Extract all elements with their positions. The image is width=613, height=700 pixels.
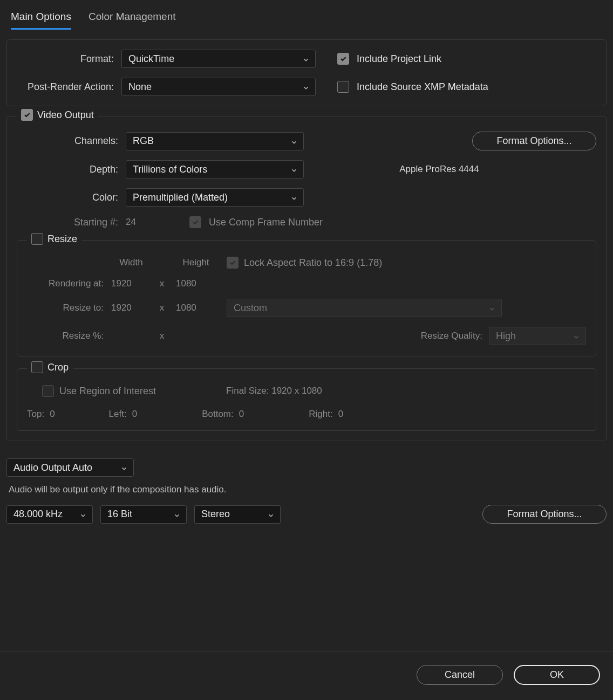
chevron-down-icon	[302, 83, 310, 91]
roi-checkbox	[42, 385, 54, 397]
resize-quality-value: High	[496, 331, 516, 342]
rendering-width: 1920	[108, 278, 151, 289]
crop-group: Crop Use Region of Interest Final Size: …	[17, 368, 596, 431]
include-project-link-label: Include Project Link	[357, 53, 441, 65]
include-xmp-label: Include Source XMP Metadata	[357, 81, 488, 93]
tab-main-options[interactable]: Main Options	[11, 8, 71, 30]
width-header: Width	[108, 257, 151, 268]
use-comp-frame-checkbox	[189, 216, 201, 228]
resize-quality-label: Resize Quality:	[421, 331, 482, 341]
cancel-button[interactable]: Cancel	[417, 665, 503, 685]
format-label: Format:	[17, 53, 114, 65]
chevron-down-icon	[120, 464, 128, 471]
x-separator: x	[151, 303, 173, 313]
resize-quality-select: High	[489, 327, 586, 345]
video-output-label: Video Output	[37, 109, 94, 121]
ok-button[interactable]: OK	[514, 665, 600, 685]
use-comp-frame-label: Use Comp Frame Number	[209, 217, 323, 228]
crop-label: Crop	[47, 362, 69, 373]
channels-select[interactable]: RGB	[126, 132, 304, 150]
resize-width: 1920	[108, 303, 151, 313]
chevron-down-icon	[290, 166, 298, 173]
color-label: Color:	[17, 192, 118, 203]
format-select-value: QuickTime	[128, 53, 174, 65]
format-select[interactable]: QuickTime	[121, 50, 316, 68]
lock-aspect-checkbox	[227, 257, 239, 269]
depth-value: Trillions of Colors	[133, 164, 207, 175]
chevron-down-icon	[573, 332, 580, 340]
video-output-section: Video Output Channels: RGB Format Option…	[6, 116, 607, 441]
post-render-label: Post-Render Action:	[17, 81, 114, 93]
resize-preset-value: Custom	[234, 303, 267, 314]
chevron-down-icon	[79, 511, 87, 518]
audio-rate-value: 48.000 kHz	[13, 509, 63, 520]
codec-text: Apple ProRes 4444	[311, 164, 567, 175]
include-xmp-checkbox[interactable]	[337, 81, 349, 93]
starting-value: 24	[126, 217, 158, 228]
chevron-down-icon	[290, 138, 298, 145]
lock-aspect-label: Lock Aspect Ratio to 16:9 (1.78)	[244, 257, 382, 269]
starting-label: Starting #:	[17, 217, 118, 228]
resize-height: 1080	[173, 303, 216, 313]
video-output-checkbox[interactable]	[21, 109, 33, 121]
tab-color-management[interactable]: Color Management	[88, 8, 176, 30]
video-format-options-button[interactable]: Format Options...	[472, 132, 596, 150]
chevron-down-icon	[290, 194, 298, 201]
rendering-at-label: Rendering at:	[27, 278, 108, 289]
chevron-down-icon	[488, 304, 496, 312]
format-section: Format: QuickTime Include Project Link P…	[6, 39, 607, 106]
resize-checkbox[interactable]	[31, 233, 43, 245]
chevron-down-icon	[267, 511, 275, 518]
resize-group: Resize Width Height Lock Aspect Ratio to…	[17, 240, 596, 356]
x-separator: x	[151, 278, 173, 289]
color-select[interactable]: Premultiplied (Matted)	[126, 188, 304, 207]
depth-label: Depth:	[17, 164, 118, 175]
crop-checkbox[interactable]	[31, 361, 43, 373]
crop-right-value: 0	[338, 409, 343, 419]
audio-channels-select[interactable]: Stereo	[194, 505, 281, 524]
resize-to-label: Resize to:	[27, 303, 108, 313]
channels-label: Channels:	[17, 135, 118, 147]
audio-depth-select[interactable]: 16 Bit	[100, 505, 187, 524]
audio-depth-value: 16 Bit	[107, 509, 132, 520]
crop-top-label: Top:	[27, 409, 44, 419]
channels-value: RGB	[133, 135, 154, 147]
crop-bottom-label: Bottom:	[202, 409, 234, 419]
depth-select[interactable]: Trillions of Colors	[126, 160, 304, 179]
audio-mode-select[interactable]: Audio Output Auto	[6, 458, 134, 477]
x-separator: x	[151, 331, 173, 341]
audio-rate-select[interactable]: 48.000 kHz	[6, 505, 93, 524]
height-header: Height	[173, 257, 216, 268]
crop-top-value: 0	[50, 409, 55, 419]
crop-left-label: Left:	[109, 409, 127, 419]
crop-left-value: 0	[132, 409, 137, 419]
color-value: Premultiplied (Matted)	[133, 192, 228, 203]
crop-right-label: Right:	[309, 409, 332, 419]
chevron-down-icon	[302, 55, 310, 63]
chevron-down-icon	[173, 511, 181, 518]
audio-format-options-button[interactable]: Format Options...	[482, 505, 607, 524]
dialog-footer: Cancel OK	[0, 651, 613, 700]
audio-mode-value: Audio Output Auto	[13, 462, 92, 473]
roi-label: Use Region of Interest	[59, 386, 156, 397]
include-project-link-checkbox[interactable]	[337, 53, 349, 65]
audio-note: Audio will be output only if the composi…	[9, 484, 607, 495]
crop-bottom-value: 0	[239, 409, 244, 419]
rendering-height: 1080	[173, 278, 216, 289]
resize-preset-select: Custom	[227, 299, 502, 317]
audio-section: Audio Output Auto Audio will be output o…	[5, 458, 608, 524]
post-render-value: None	[128, 81, 152, 93]
audio-channels-value: Stereo	[201, 509, 230, 520]
final-size-text: Final Size: 1920 x 1080	[226, 386, 322, 396]
post-render-select[interactable]: None	[121, 78, 316, 96]
resize-label: Resize	[47, 234, 77, 245]
resize-pct-label: Resize %:	[27, 331, 108, 341]
